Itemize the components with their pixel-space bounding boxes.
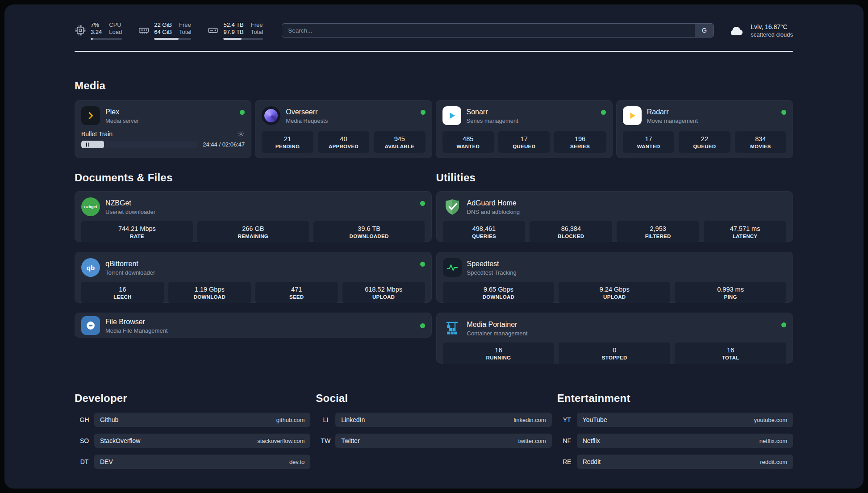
stat-tile: 945 AVAILABLE (374, 131, 425, 153)
bookmark-item-reddit[interactable]: RE Reddit reddit.com (557, 455, 793, 469)
stat-label: UPLOAD (372, 294, 395, 300)
cloud-icon (727, 21, 745, 39)
speedtest-pulse-icon (443, 258, 462, 277)
stat-tile: 86,384 BLOCKED (530, 221, 612, 242)
header-divider (75, 51, 793, 52)
bookmark-name: StackOverflow (100, 437, 140, 444)
app-card-portainer[interactable]: Media Portainer Container management 16 … (436, 313, 793, 363)
section-title-entertainment: Entertainment (557, 392, 793, 405)
ram-free-value: 22 GiB (154, 21, 172, 29)
plex-icon (81, 106, 100, 125)
app-card-filebrowser[interactable]: File Browser Media File Management (75, 313, 432, 338)
stat-label: RATE (130, 234, 144, 239)
radarr-icon (623, 106, 642, 125)
cpu-widget: 7% 3.24 CPU Load (75, 21, 122, 40)
pause-icon (86, 142, 89, 146)
stat-label: FILTERED (645, 234, 671, 239)
overseerr-icon (262, 106, 280, 125)
stat-value: 0.993 ms (717, 286, 744, 293)
app-subtitle: Usenet downloader (105, 209, 155, 215)
gear-icon[interactable] (237, 130, 245, 138)
stat-label: SEED (289, 294, 304, 300)
stat-tile: 9.65 Gbps DOWNLOAD (443, 282, 555, 303)
stat-value: 86,384 (561, 225, 581, 232)
stat-value: 9.65 Gbps (484, 286, 513, 293)
app-subtitle: Media server (105, 117, 139, 124)
top-bar: 7% 3.24 CPU Load (75, 20, 793, 41)
nzbget-icon: nzbget (81, 197, 100, 216)
stat-value: 21 (284, 135, 291, 142)
stat-label: DOWNLOAD (194, 294, 225, 300)
app-name: qBittorrent (105, 259, 155, 268)
app-card-plex[interactable]: Plex Media server Bullet Train (75, 100, 251, 158)
filebrowser-icon (81, 316, 100, 335)
ram-free-label: Free (179, 21, 191, 29)
stat-label: APPROVED (329, 144, 359, 149)
stat-value: 16 (119, 286, 126, 293)
bookmark-url: reddit.com (760, 459, 787, 465)
app-subtitle: DNS and adblocking (467, 209, 520, 215)
stat-label: LEECH (113, 294, 131, 300)
cpu-usage-value: 7% (91, 21, 102, 29)
app-subtitle: Movie management (647, 117, 698, 124)
app-name: NZBGet (105, 199, 155, 207)
app-name: Sonarr (467, 108, 518, 116)
app-card-sonarr[interactable]: Sonarr Series management 485 WANTED 17 Q… (436, 100, 613, 158)
stat-tile: 47.571 ms LATENCY (704, 221, 786, 242)
stat-value: 2,953 (650, 225, 666, 232)
disk-progress-bar (223, 38, 263, 40)
stat-value: 834 (755, 135, 766, 142)
search-engine-button[interactable]: G (695, 24, 714, 37)
app-name: Radarr (647, 108, 698, 116)
stat-tile: 485 WANTED (442, 131, 494, 153)
disk-free-label: Free (251, 21, 263, 29)
app-card-qbittorrent[interactable]: qb qBittorrent Torrent downloader 16 LEE… (75, 252, 432, 303)
disk-total-label: Total (251, 29, 263, 36)
ram-total-label: Total (179, 29, 191, 36)
stat-tile: 0 STOPPED (559, 343, 670, 364)
bookmark-abbr: SO (75, 437, 94, 444)
bookmark-group-social: Social LI LinkedIn linkedin.com TW Twitt… (316, 392, 551, 476)
bookmark-url: dev.to (289, 459, 305, 465)
stat-label: AVAILABLE (384, 144, 414, 149)
bookmark-name: Reddit (583, 458, 601, 465)
bookmark-item-dev[interactable]: DT DEV dev.to (75, 455, 310, 469)
status-dot (240, 110, 245, 115)
bookmark-item-github[interactable]: GH Github github.com (75, 413, 310, 427)
bookmark-abbr: TW (316, 437, 335, 444)
app-subtitle: Media File Management (105, 327, 167, 334)
disk-free-value: 52.4 TB (223, 21, 243, 29)
section-title-developer: Developer (75, 392, 310, 405)
search-input[interactable] (282, 24, 695, 37)
playback-time: 24:44 / 02:06:47 (203, 141, 245, 148)
bookmark-item-netflix[interactable]: NF Netflix netflix.com (557, 434, 793, 448)
adguard-shield-icon (443, 197, 462, 216)
bookmark-item-twitter[interactable]: TW Twitter twitter.com (316, 434, 551, 448)
sonarr-icon (442, 106, 461, 125)
stat-value: 498,461 (472, 225, 496, 232)
bookmark-url: linkedin.com (513, 417, 546, 423)
stat-tile: 39.6 TB DOWNLOADED (313, 221, 425, 242)
bookmark-item-stackoverflow[interactable]: SO StackOverflow stackoverflow.com (75, 434, 310, 448)
app-card-nzbget[interactable]: nzbget NZBGet Usenet downloader 744.21 M… (75, 191, 432, 242)
bookmark-abbr: NF (557, 437, 577, 444)
stat-value: 9.24 Gbps (600, 286, 630, 293)
stat-value: 22 (701, 135, 708, 142)
stat-value: 618.52 Mbps (365, 286, 402, 293)
playback-progress-bar[interactable] (81, 141, 197, 148)
qbittorrent-icon: qb (81, 258, 100, 277)
app-subtitle: Speedtest Tracking (467, 269, 517, 276)
app-subtitle: Series management (467, 117, 518, 124)
stat-tile: 22 QUEUED (679, 131, 730, 153)
stat-value: 266 GB (242, 225, 264, 232)
bookmark-item-linkedin[interactable]: LI LinkedIn linkedin.com (316, 413, 551, 427)
section-utilities: Utilities AdGuard Home (436, 171, 793, 363)
stat-value: 744.21 Mbps (118, 225, 156, 232)
app-card-speedtest[interactable]: Speedtest Speedtest Tracking 9.65 Gbps D… (436, 252, 793, 303)
bookmark-item-youtube[interactable]: YT YouTube youtube.com (557, 413, 793, 427)
app-card-overseerr[interactable]: Overseerr Media Requests 21 PENDING 40 A… (255, 100, 432, 158)
app-card-adguard[interactable]: AdGuard Home DNS and adblocking 498,461 … (436, 191, 793, 242)
stat-label: BLOCKED (558, 234, 584, 239)
app-card-radarr[interactable]: Radarr Movie management 17 WANTED 22 QUE… (616, 100, 793, 158)
status-dot (781, 322, 786, 327)
